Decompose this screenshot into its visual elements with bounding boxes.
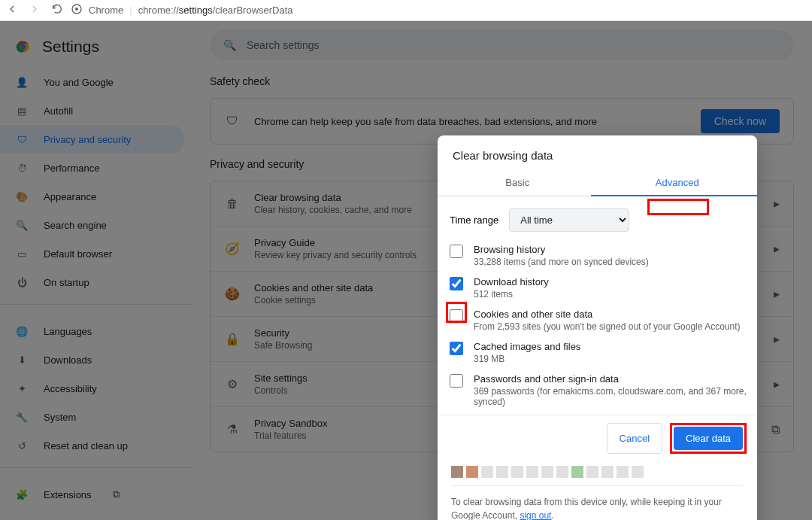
- clear-data-button[interactable]: Clear data: [674, 427, 743, 450]
- compass-icon: 🧭: [224, 241, 241, 257]
- checkbox-cookies[interactable]: [450, 309, 463, 323]
- sidebar-item-you-and-google[interactable]: 👤You and Google: [0, 68, 184, 96]
- flask-icon: ⚗: [224, 421, 241, 438]
- sidebar-item-about[interactable]: ◎About Chrome: [0, 509, 184, 520]
- globe-icon: 🌐: [15, 324, 29, 338]
- accessibility-icon: ✦: [15, 382, 29, 395]
- page-title: Settings: [42, 38, 99, 56]
- sidebar-item-performance[interactable]: ⏱Performance: [0, 154, 184, 182]
- reset-icon: ↺: [15, 439, 29, 452]
- chevron-right-icon: ▸: [774, 332, 780, 346]
- checkbox-passwords[interactable]: [450, 374, 463, 388]
- checkbox-download-history[interactable]: [450, 277, 463, 290]
- sidebar-item-extensions[interactable]: 🧩Extensions⧉: [0, 480, 184, 509]
- search-icon: 🔍: [223, 39, 236, 51]
- svg-point-3: [21, 44, 26, 49]
- chrome-icon: ◎: [15, 516, 29, 520]
- search-placeholder: Search settings: [247, 39, 320, 51]
- sidebar-item-autofill[interactable]: ▤Autofill: [0, 96, 184, 125]
- sign-out-link[interactable]: sign out: [520, 510, 551, 520]
- check-cookies[interactable]: Cookies and other site dataFrom 2,593 si…: [450, 304, 751, 336]
- external-link-icon: ⧉: [771, 423, 780, 436]
- check-passwords[interactable]: Passwords and other sign-in data369 pass…: [450, 369, 751, 412]
- cancel-button[interactable]: Cancel: [607, 423, 662, 454]
- chevron-right-icon: ▸: [774, 377, 780, 391]
- back-icon[interactable]: [6, 3, 18, 17]
- blurred-avatar-row: [451, 466, 744, 478]
- tab-basic[interactable]: Basic: [438, 169, 598, 196]
- check-browsing-history[interactable]: Browsing history33,288 items (and more o…: [450, 239, 751, 272]
- sidebar-item-accessibility[interactable]: ✦Accessibility: [0, 374, 184, 403]
- dialog-tabs: Basic Advanced: [438, 169, 757, 196]
- sidebar-item-downloads[interactable]: ⬇Downloads: [0, 345, 184, 374]
- svg-point-1: [75, 8, 78, 11]
- section-safety-title: Safety check: [210, 75, 794, 87]
- sidebar-item-appearance[interactable]: 🎨Appearance: [0, 182, 184, 211]
- checkbox-browsing-history[interactable]: [450, 245, 463, 258]
- forward-icon[interactable]: [29, 3, 41, 17]
- person-icon: 👤: [15, 75, 29, 89]
- search-icon: 🔍: [15, 218, 29, 232]
- security-icon: 🔒: [224, 331, 241, 348]
- download-icon: ⬇: [15, 353, 29, 366]
- sidebar-item-default-browser[interactable]: ▭Default browser: [0, 239, 184, 268]
- autofill-icon: ▤: [15, 104, 29, 117]
- dialog-footer-note: To clear browsing data from this device …: [451, 485, 744, 520]
- sidebar-item-reset[interactable]: ↺Reset and clean up: [0, 431, 184, 460]
- check-download-history[interactable]: Download history512 items: [450, 272, 751, 304]
- highlight-clear-button: Clear data: [670, 423, 747, 454]
- extension-icon: 🧩: [15, 488, 29, 501]
- external-link-icon: ⧉: [113, 488, 125, 500]
- speed-icon: ⏱: [15, 161, 29, 175]
- sidebar-item-privacy[interactable]: 🛡Privacy and security: [0, 125, 184, 154]
- clear-browsing-data-dialog: Clear browsing data Basic Advanced Time …: [438, 135, 757, 520]
- wrench-icon: 🔧: [15, 410, 29, 424]
- chrome-logo-icon: [15, 38, 32, 55]
- url-text[interactable]: chrome://settings/clearBrowserData: [138, 5, 293, 16]
- search-input[interactable]: 🔍 Search settings: [210, 30, 794, 60]
- sidebar: Settings 👤You and Google ▤Autofill 🛡Priv…: [0, 21, 192, 520]
- reload-icon[interactable]: [51, 3, 63, 17]
- browser-toolbar: Chrome | chrome://settings/clearBrowserD…: [0, 0, 812, 21]
- palette-icon: 🎨: [15, 190, 29, 203]
- shield-check-icon: 🛡: [224, 113, 241, 129]
- power-icon: ⏻: [15, 275, 29, 289]
- chevron-right-icon: ▸: [774, 242, 780, 256]
- check-now-button[interactable]: Check now: [701, 109, 780, 133]
- shield-icon: 🛡: [15, 132, 29, 146]
- chevron-right-icon: ▸: [774, 196, 780, 211]
- chevron-right-icon: ▸: [774, 287, 780, 301]
- time-range-select[interactable]: All time: [509, 208, 629, 232]
- sidebar-item-system[interactable]: 🔧System: [0, 403, 184, 431]
- url-app-label: Chrome: [89, 5, 123, 16]
- site-info-icon[interactable]: [71, 3, 83, 17]
- sidebar-item-languages[interactable]: 🌐Languages: [0, 317, 184, 345]
- time-range-label: Time range: [450, 214, 498, 226]
- trash-icon: 🗑: [224, 196, 241, 212]
- browser-icon: ▭: [15, 247, 29, 260]
- tune-icon: ⚙: [224, 376, 241, 393]
- sidebar-item-search-engine[interactable]: 🔍Search engine: [0, 211, 184, 239]
- cookie-icon: 🍪: [224, 286, 241, 303]
- dialog-title: Clear browsing data: [438, 135, 757, 169]
- sidebar-item-on-startup[interactable]: ⏻On startup: [0, 268, 184, 296]
- check-cached[interactable]: Cached images and files319 MB: [450, 336, 751, 369]
- checkbox-cached[interactable]: [450, 342, 463, 355]
- tab-advanced[interactable]: Advanced: [598, 169, 758, 196]
